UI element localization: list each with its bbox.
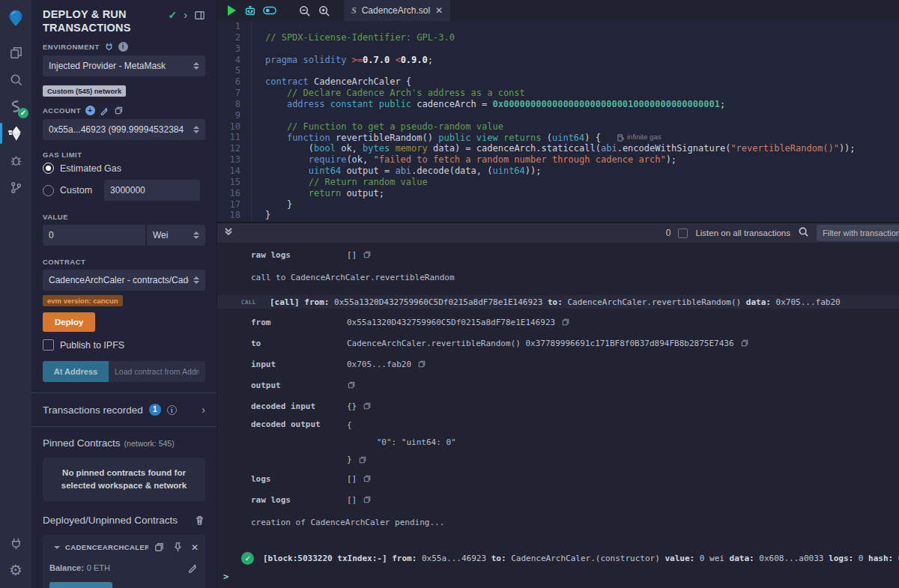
file-explorer-icon[interactable] — [0, 39, 31, 66]
remix-app: ✓ ⚙ DEPLOY & RUN TRANSACTIONS ✓ › — [0, 0, 899, 588]
env-plug-icon[interactable] — [104, 42, 114, 52]
line-number: 10 — [217, 121, 252, 133]
git-icon[interactable] — [0, 174, 31, 201]
zoom-out-icon[interactable] — [294, 1, 314, 20]
terminal-search-icon[interactable] — [798, 226, 809, 240]
tab-close-icon[interactable]: ✕ — [435, 5, 443, 16]
terminal-kv-row: raw logs[] — [217, 244, 899, 265]
zoom-in-icon[interactable] — [314, 1, 333, 20]
code-line: 14 uint64 output = abi.decode(data, (uin… — [217, 166, 899, 177]
solidity-compiler-icon[interactable]: ✓ — [0, 93, 31, 120]
value-unit-select[interactable]: Wei — [147, 225, 205, 246]
remix-logo-icon[interactable] — [0, 4, 31, 31]
line-number: 4 — [217, 55, 252, 66]
panel-forward-icon[interactable]: › — [184, 9, 187, 21]
radio-unselected-icon[interactable] — [43, 185, 54, 196]
copy-icon[interactable] — [417, 360, 426, 369]
code-editor[interactable]: 12// SPDX-License-Identifier: GPL-3.034p… — [217, 21, 899, 222]
line-number: 2 — [217, 32, 252, 43]
value-label: VALUE — [43, 213, 205, 221]
deploy-button[interactable]: Deploy — [43, 312, 95, 332]
ai-assistant-icon[interactable] — [240, 1, 260, 20]
terminal-kv-row: input0x705...fab20 — [217, 354, 899, 375]
copy-icon[interactable] — [740, 339, 749, 348]
custom-gas-input[interactable]: 3000000 — [104, 180, 200, 201]
custom-gas-option[interactable]: Custom 3000000 — [43, 180, 205, 201]
transactions-recorded-label: Transactions recorded — [43, 404, 143, 416]
publish-ipfs-text: Publish to IPFS — [60, 340, 124, 351]
network-badge: Custom (545) network — [43, 85, 126, 97]
solidity-file-icon: S — [351, 5, 357, 16]
environment-select[interactable]: Injected Provider - MetaMask — [43, 55, 205, 76]
balance-label: Balance: — [49, 563, 84, 572]
plugin-manager-icon[interactable] — [0, 530, 31, 557]
code-line: 17 } — [217, 199, 899, 210]
divider — [31, 426, 217, 427]
terminal-filter-input[interactable] — [817, 225, 899, 241]
debugger-icon[interactable] — [0, 147, 31, 174]
env-info-icon[interactable]: i — [118, 42, 128, 52]
trash-icon[interactable] — [194, 515, 205, 526]
code-line: 4pragma solidity >=0.7.0 <0.9.0; — [217, 55, 899, 66]
account-select[interactable]: 0x55a...46923 (999.99994532384 — [43, 119, 205, 140]
collapse-terminal-icon[interactable] — [223, 226, 234, 240]
estimated-gas-option[interactable]: Estimated Gas — [43, 163, 205, 174]
settings-icon[interactable]: ⚙ — [0, 557, 31, 584]
terminal-bar: 0 Listen on all transactions — [217, 223, 899, 243]
compile-success-badge: ✓ — [18, 108, 28, 118]
collapse-icon[interactable] — [54, 546, 60, 549]
terminal-kv-row: from0x55a1320D432759960C5Df0215a8dF78e1E… — [217, 312, 899, 333]
publish-ipfs-option[interactable]: Publish to IPFS — [43, 339, 205, 351]
at-address-button[interactable]: At Address — [43, 361, 109, 382]
function-button-cadencearch[interactable]: cadenceArch — [49, 582, 112, 588]
code-line: 10 // Function to get a pseudo-random va… — [217, 121, 899, 133]
close-contract-icon[interactable]: ✕ — [191, 542, 199, 553]
search-icon[interactable] — [0, 66, 31, 93]
editor-tabbar: S CadenceArch.sol ✕ — [217, 0, 899, 21]
pinned-contracts-title: Pinned Contracts (network: 545) — [43, 437, 205, 449]
value-input[interactable]: 0 — [43, 225, 145, 246]
copy-icon[interactable] — [363, 250, 372, 259]
line-number: 7 — [217, 88, 252, 99]
custom-gas-text: Custom — [60, 185, 92, 196]
pin-contract-icon[interactable] — [172, 542, 184, 553]
terminal-kv-row: decoded input{} — [217, 395, 899, 416]
listen-checkbox[interactable] — [678, 228, 688, 238]
line-number: 17 — [217, 199, 252, 210]
line-number: 9 — [217, 110, 252, 121]
code-line: 12 (bool ok, bytes memory data) = cadenc… — [217, 143, 899, 154]
deploy-run-icon[interactable] — [0, 120, 31, 147]
edit-account-icon[interactable] — [100, 106, 109, 115]
add-account-icon[interactable]: + — [85, 106, 95, 115]
copy-address-icon[interactable] — [154, 542, 165, 553]
tab-cadencearch[interactable]: S CadenceArch.sol ✕ — [344, 0, 450, 21]
contract-select[interactable]: CadenceArchCaler - contracts/CadenceArch… — [43, 270, 205, 291]
checkbox-icon[interactable] — [43, 339, 54, 351]
terminal-prompt[interactable]: > — [217, 572, 899, 588]
panel-title: DEPLOY & RUN TRANSACTIONS — [43, 7, 169, 34]
transactions-recorded[interactable]: Transactions recorded 1 i › — [43, 393, 205, 426]
transactions-info-icon[interactable]: i — [167, 405, 177, 415]
terminal-text-row: creation of CadenceArchCaler pending... — [217, 513, 899, 531]
at-address-input[interactable] — [109, 361, 205, 382]
terminal-body[interactable]: raw logs[]call to CadenceArchCaler.rever… — [217, 243, 899, 588]
edit-balance-icon[interactable] — [187, 562, 199, 573]
copy-icon[interactable] — [363, 474, 372, 483]
copy-icon[interactable] — [358, 455, 367, 464]
copy-icon[interactable] — [363, 495, 372, 504]
chevron-updown-icon — [193, 62, 199, 70]
copy-icon[interactable] — [561, 318, 570, 327]
radio-selected-icon[interactable] — [43, 163, 54, 174]
copy-account-icon[interactable] — [114, 106, 124, 115]
chevron-updown-icon — [193, 126, 199, 133]
run-script-icon[interactable] — [228, 5, 236, 16]
pinned-empty-message: No pinned contracts found forselected wo… — [43, 458, 205, 501]
toggle-icon[interactable] — [260, 1, 279, 20]
main-area: S CadenceArch.sol ✕ 12// SPDX-License-Id… — [217, 0, 899, 588]
copy-icon[interactable] — [363, 401, 372, 410]
code-lines: 12// SPDX-License-Identifier: GPL-3.034p… — [217, 21, 899, 221]
transactions-count-badge: 1 — [149, 404, 161, 416]
pin-panel-icon[interactable] — [194, 10, 205, 21]
transactions-expand-icon[interactable]: › — [202, 404, 205, 416]
copy-icon[interactable] — [347, 381, 356, 390]
